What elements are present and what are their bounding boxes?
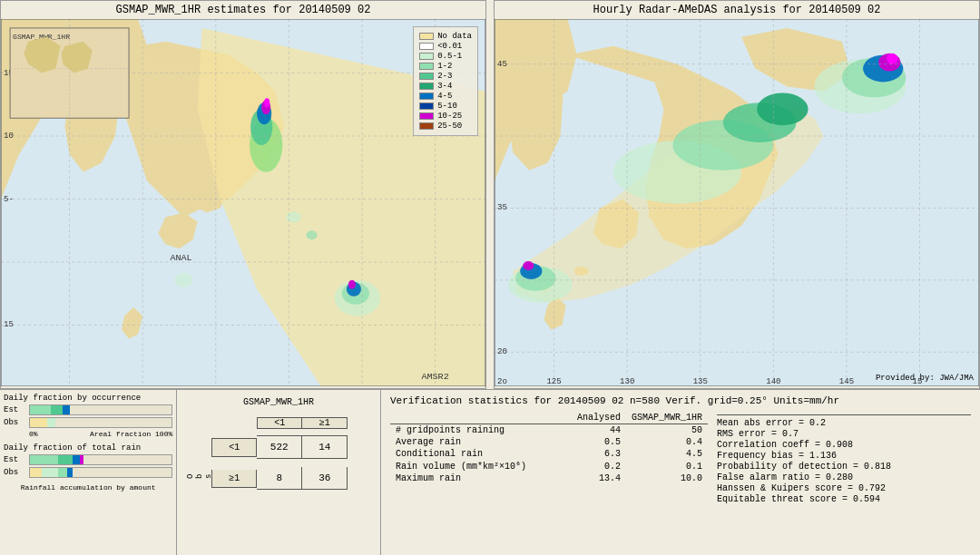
legend-25-50: 25-50 (419, 122, 472, 131)
legend-1-2: 1-2 (419, 62, 472, 71)
score-freq-bias: Frequency bias = 1.136 (717, 451, 971, 461)
contingency-table-container: <1 ≥1 Observed <1 522 14 ≥1 8 36 (184, 413, 373, 531)
verif-row-4: Maximum rain 13.4 10.0 (390, 472, 708, 484)
contingency-title: GSMAP_MWR_1HR (184, 397, 373, 407)
verif-val-analysed-4: 13.4 (572, 472, 626, 484)
verif-val-analysed-3: 0.2 (572, 460, 626, 472)
verif-val-analysed-1: 0.5 (572, 436, 626, 448)
legend-label-2-3: 2-3 (437, 72, 452, 81)
verif-title: Verification statistics for 20140509 02 … (390, 395, 971, 406)
legend-4-5: 4-5 (419, 92, 472, 101)
scores-divider (717, 414, 971, 415)
legend-color-1-2 (419, 63, 434, 70)
right-map-content: 45 35 20 125 130 135 140 145 15 2o (495, 19, 979, 386)
verif-grid: Analysed GSMAP_MWR_1HR # gridpoints rain… (390, 412, 971, 505)
legend-color-4-5 (419, 92, 434, 100)
svg-text:130: 130 (620, 377, 634, 386)
fraction-occurrence-section: Daily fraction by occurrence Est Obs (4, 394, 172, 438)
fraction-occurrence-title: Daily fraction by occurrence (4, 394, 172, 403)
svg-text:135: 135 (693, 377, 708, 386)
legend-label-no-data: No data (437, 32, 472, 41)
svg-point-18 (286, 211, 300, 222)
col-label-header (390, 412, 572, 424)
obs-occurrence-row: Obs (4, 417, 172, 428)
verif-val-analysed-0: 44 (572, 424, 626, 437)
map-separator (486, 0, 494, 389)
est-label2: Est (4, 455, 26, 464)
svg-point-19 (307, 230, 318, 239)
verif-val-gsmap-4: 10.0 (626, 472, 708, 484)
bar-axis-occurrence: 0% Areal fraction 100% (4, 430, 172, 438)
legend-color-3-4 (419, 83, 434, 90)
svg-text:5-: 5- (4, 195, 14, 204)
legend-label-05-1: 0.5-1 (437, 52, 462, 61)
verif-table-header: Analysed GSMAP_MWR_1HR (390, 412, 708, 424)
legend-color-5-10 (419, 102, 434, 110)
legend-10-25: 10-25 (419, 112, 472, 121)
col-analysed-header: Analysed (572, 412, 626, 424)
svg-point-20 (174, 273, 192, 287)
legend-lt001: <0.01 (419, 42, 472, 51)
verif-val-gsmap-0: 50 (626, 424, 708, 437)
est-occurrence-row: Est (4, 404, 172, 415)
cell-d: 36 (302, 467, 348, 490)
legend-2-3: 2-3 (419, 72, 472, 81)
main-container: GSMAP_MWR_1HR estimates for 20140509 02 (0, 0, 980, 555)
verif-table: Analysed GSMAP_MWR_1HR # gridpoints rain… (390, 412, 708, 484)
svg-point-59 (757, 92, 808, 125)
svg-text:125: 125 (546, 377, 561, 386)
legend-color-25-50 (419, 122, 434, 130)
score-ets: Equitable threat score = 0.594 (717, 494, 971, 504)
svg-point-64 (887, 54, 897, 64)
legend-no-data: No data (419, 32, 472, 41)
est-occurrence-bar-container (29, 404, 172, 415)
obs-rain-bar-container (29, 467, 172, 478)
verif-row-0: # gridpoints raining 44 50 (390, 424, 708, 437)
obs-label2: Obs (4, 468, 26, 477)
rainfall-label: Rainfall accumulation by amount (4, 483, 172, 492)
svg-text:20: 20 (497, 347, 507, 356)
fraction-rain-title: Daily fraction of total rain (4, 443, 172, 453)
legend-color-no-data (419, 33, 434, 40)
verif-val-analysed-2: 6.3 (572, 448, 626, 460)
svg-point-13 (264, 98, 270, 107)
est-occurrence-bar (30, 405, 51, 414)
svg-text:10: 10 (4, 131, 14, 141)
left-map-content: 15 10 5- 15 GSMAP_MWR_1HR (1, 19, 485, 386)
legend-label-25-50: 25-50 (437, 122, 462, 131)
svg-text:145: 145 (839, 377, 854, 386)
axis-start: 0% (29, 430, 38, 438)
legend-color-10-25 (419, 112, 434, 120)
fraction-rain-section: Daily fraction of total rain Est Obs (4, 443, 172, 478)
verif-val-gsmap-2: 4.5 (626, 448, 708, 460)
obs-rain-bar2 (42, 468, 59, 477)
axis-end: Areal fraction 100% (90, 430, 172, 438)
score-rms: RMS error = 0.7 (717, 429, 971, 439)
est-rain-bar3 (73, 455, 80, 464)
est-rain-row: Est (4, 454, 172, 465)
verif-val-gsmap-3: 0.1 (626, 460, 708, 472)
left-map-panel: GSMAP_MWR_1HR estimates for 20140509 02 (0, 0, 486, 389)
verif-row-3: Rain volume (mm*km²×10⁶) 0.2 0.1 (390, 460, 708, 472)
legend-color-2-3 (419, 73, 434, 80)
est-rain-bar-container (29, 454, 172, 465)
row-lt1: <1 (211, 438, 257, 457)
obs-occurrence-bar-container (29, 417, 172, 428)
verif-label-2: Conditional rain (390, 448, 572, 460)
obs-rain-bar4 (67, 468, 73, 477)
verif-val-gsmap-1: 0.4 (626, 436, 708, 448)
obs-rain-bar (30, 468, 42, 477)
col-ge1: ≥1 (302, 417, 348, 429)
svg-text:2o: 2o (497, 377, 507, 386)
verif-label-1: Average rain (390, 436, 572, 448)
left-map-title: GSMAP_MWR_1HR estimates for 20140509 02 (1, 1, 485, 19)
legend-5-10: 5-10 (419, 102, 472, 111)
verif-row-1: Average rain 0.5 0.4 (390, 436, 708, 448)
legend-label-10-25: 10-25 (437, 112, 462, 121)
right-map-title: Hourly Radar-AMeDAS analysis for 2014050… (495, 1, 979, 19)
right-map-svg: 45 35 20 125 130 135 140 145 15 2o (495, 19, 979, 386)
legend-label-5-10: 5-10 (437, 102, 457, 111)
svg-text:35: 35 (497, 203, 507, 212)
svg-text:AMSR2: AMSR2 (421, 372, 448, 382)
obs-rain-row: Obs (4, 467, 172, 478)
